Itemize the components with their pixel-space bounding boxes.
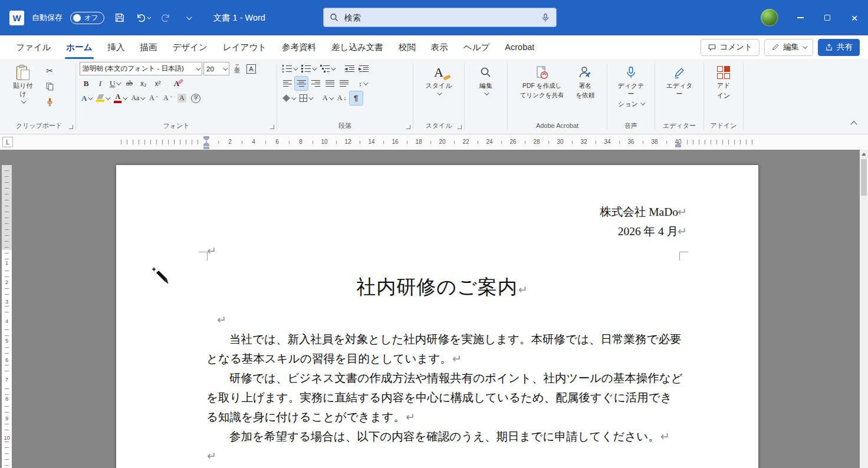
dictation-button[interactable]: ディクテー ション bbox=[611, 62, 651, 120]
bold-button[interactable]: B bbox=[80, 77, 93, 90]
document-page[interactable]: 株式会社 MaDo↵ 2026 年 4 月↵ ↵ 社内研修のご案内↵ ↵ 当社で… bbox=[116, 165, 758, 468]
doc-line[interactable]: 株式会社 MaDo↵ bbox=[206, 202, 678, 222]
vertical-ruler[interactable]: 1 2 3 4 5 6 7 8 9 10 bbox=[2, 165, 12, 468]
doc-line[interactable]: を取り上げます。実務に直結する内容を中心に構成しているため、配属後すぐに活用でき bbox=[206, 388, 678, 407]
enclose-characters-button[interactable]: 字 bbox=[189, 91, 202, 105]
tab-acrobat[interactable]: Acrobat bbox=[497, 35, 542, 59]
doc-line[interactable]: ↵ bbox=[206, 241, 678, 261]
tab-layout[interactable]: レイアウト bbox=[215, 35, 274, 59]
subscript-button[interactable]: x₂ bbox=[137, 77, 150, 90]
phonetic-guide-button[interactable]: ア亜 bbox=[231, 62, 244, 75]
multilevel-list-button[interactable] bbox=[318, 62, 336, 75]
create-pdf-share-link-button[interactable]: PDF を作成し てリンクを共有 bbox=[515, 62, 569, 120]
clear-formatting-button[interactable]: A bbox=[170, 77, 183, 90]
shading-button[interactable] bbox=[281, 91, 297, 105]
distribute-button[interactable] bbox=[337, 77, 350, 90]
tab-stop-selector[interactable]: L bbox=[2, 137, 13, 147]
increase-indent-button[interactable]: ▶ bbox=[357, 62, 370, 75]
tab-references[interactable]: 参考資料 bbox=[274, 35, 324, 59]
doc-line[interactable]: 2026 年 4 月↵ bbox=[206, 222, 678, 241]
avatar[interactable] bbox=[761, 9, 778, 27]
editor-button[interactable]: エディター bbox=[659, 62, 700, 120]
tab-help[interactable]: ヘルプ bbox=[456, 35, 498, 59]
doc-line[interactable]: ↵ bbox=[206, 446, 678, 466]
save-button[interactable] bbox=[112, 10, 127, 25]
tab-draw[interactable]: 描画 bbox=[133, 35, 165, 59]
customize-quick-access-button[interactable] bbox=[181, 10, 196, 25]
maximize-button[interactable] bbox=[814, 0, 841, 35]
autosave-toggle[interactable]: オフ bbox=[70, 12, 104, 24]
text-effects-button[interactable]: A bbox=[80, 91, 93, 105]
editing-mode-button[interactable]: 編集 bbox=[764, 39, 813, 56]
doc-title-line[interactable]: 社内研修のご案内↵ bbox=[206, 269, 678, 305]
underline-button[interactable]: U bbox=[108, 77, 121, 90]
dialog-launcher-styles[interactable] bbox=[458, 125, 462, 129]
extended-formatting-button[interactable]: A bbox=[321, 91, 334, 105]
bullets-button[interactable] bbox=[281, 62, 298, 75]
justify-button[interactable] bbox=[323, 77, 336, 90]
dialog-launcher-paragraph[interactable] bbox=[406, 125, 410, 129]
first-line-indent-marker[interactable] bbox=[203, 136, 209, 141]
dialog-launcher-font[interactable] bbox=[270, 125, 274, 129]
scrollbar-thumb[interactable] bbox=[861, 159, 867, 196]
dialog-launcher-clipboard[interactable] bbox=[69, 125, 73, 129]
editing-button[interactable]: 編集 bbox=[475, 62, 497, 120]
doc-line[interactable]: となる基本スキルの習得を目的としています。↵ bbox=[206, 349, 678, 368]
styles-button[interactable]: A スタイル bbox=[420, 62, 456, 120]
tab-file[interactable]: ファイル bbox=[8, 35, 58, 59]
formatting-marks-toggle[interactable]: ¶ bbox=[350, 91, 363, 105]
microphone-icon[interactable] bbox=[541, 13, 550, 22]
doc-line[interactable]: る知識を身に付けることができます。↵ bbox=[206, 407, 678, 427]
tab-review[interactable]: 校閲 bbox=[391, 35, 423, 59]
horizontal-ruler[interactable]: L 2 4 6 8 10 12 14 16 18 20 22 24 26 28 … bbox=[0, 134, 868, 150]
paste-button[interactable]: 貼り付け bbox=[6, 62, 40, 120]
addins-button[interactable]: アド イン bbox=[712, 62, 735, 120]
vertical-scrollbar[interactable] bbox=[860, 150, 868, 468]
align-right-button[interactable] bbox=[309, 77, 322, 90]
font-name-combo[interactable]: 游明朝 (本文のフォント - 日本語) bbox=[80, 62, 202, 75]
tab-mailings[interactable]: 差し込み文書 bbox=[324, 35, 391, 59]
minimize-button[interactable] bbox=[787, 0, 814, 35]
align-left-button[interactable] bbox=[281, 77, 294, 90]
font-color-button[interactable]: A bbox=[112, 91, 128, 105]
copy-button[interactable] bbox=[42, 80, 57, 93]
close-button[interactable]: × bbox=[841, 0, 868, 35]
superscript-button[interactable]: x² bbox=[151, 77, 164, 90]
comments-button[interactable]: コメント bbox=[701, 39, 760, 56]
align-center-button[interactable] bbox=[295, 77, 308, 90]
left-indent-marker[interactable] bbox=[203, 147, 209, 149]
share-button[interactable]: 共有 bbox=[818, 39, 860, 56]
undo-button[interactable] bbox=[135, 10, 150, 25]
search-input[interactable] bbox=[344, 13, 535, 22]
change-case-button[interactable]: Aa bbox=[129, 91, 146, 105]
italic-button[interactable]: I bbox=[94, 77, 107, 90]
line-spacing-button[interactable]: ↕ bbox=[356, 77, 369, 90]
collapse-ribbon-button[interactable] bbox=[850, 121, 857, 127]
shrink-font-button[interactable]: Aˇ bbox=[161, 91, 174, 105]
document-body[interactable]: 株式会社 MaDo↵ 2026 年 4 月↵ ↵ 社内研修のご案内↵ ↵ 当社で… bbox=[206, 165, 678, 466]
borders-button[interactable] bbox=[298, 91, 314, 105]
character-shading-button[interactable]: A bbox=[175, 91, 188, 105]
tab-view[interactable]: 表示 bbox=[423, 35, 456, 59]
redo-button[interactable] bbox=[158, 10, 173, 25]
search-box[interactable] bbox=[323, 8, 557, 27]
format-painter-button[interactable] bbox=[42, 95, 57, 109]
doc-line[interactable]: 当社では、新入社員を対象とした社内研修を実施します。本研修では、日常業務で必要 bbox=[206, 329, 678, 349]
tab-insert[interactable]: 挿入 bbox=[100, 35, 133, 59]
numbering-button[interactable] bbox=[300, 62, 317, 75]
tab-home[interactable]: ホーム bbox=[58, 35, 100, 59]
request-signatures-button[interactable]: 署名 を依頼 bbox=[571, 62, 599, 120]
tab-design[interactable]: デザイン bbox=[165, 35, 215, 59]
doc-line[interactable]: 参加を希望する場合は、以下の内容を確認のうえ、期日までに申請してください。↵ bbox=[206, 427, 678, 446]
sort-button[interactable]: A↓ bbox=[336, 91, 348, 105]
font-size-combo[interactable]: 20 bbox=[203, 62, 229, 75]
doc-line[interactable]: ↵ bbox=[206, 310, 678, 329]
cut-button[interactable]: ✂ bbox=[42, 64, 57, 77]
doc-line[interactable]: 研修では、ビジネス文書の作成方法や情報共有のポイント、社内ツールの基本操作など bbox=[206, 368, 678, 388]
highlight-button[interactable] bbox=[94, 91, 111, 105]
decrease-indent-button[interactable]: ◀ bbox=[343, 62, 356, 75]
grow-font-button[interactable]: Aˆ bbox=[147, 91, 160, 105]
character-border-button[interactable]: A bbox=[245, 62, 258, 75]
scroll-up-icon[interactable] bbox=[862, 153, 866, 156]
strikethrough-button[interactable]: ab bbox=[123, 77, 136, 90]
